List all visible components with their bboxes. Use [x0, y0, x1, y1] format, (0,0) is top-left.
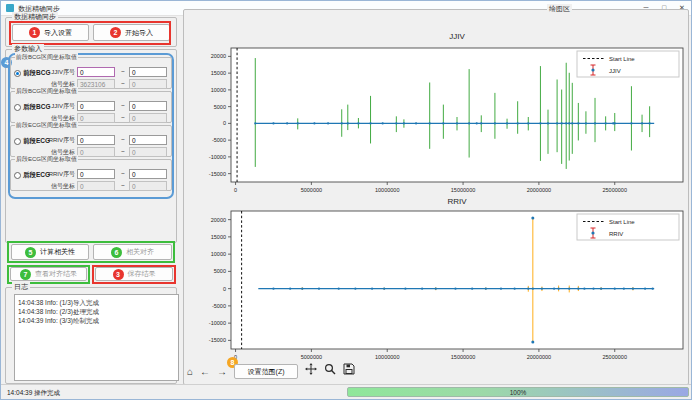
home-icon[interactable]: ⌂ [187, 362, 193, 381]
back-icon[interactable]: ← [200, 362, 210, 381]
svg-text:0: 0 [223, 120, 226, 126]
svg-text:JJIV: JJIV [609, 68, 621, 74]
import-settings-button[interactable]: 1 导入设置 [12, 24, 89, 41]
svg-text:15000000: 15000000 [451, 187, 475, 193]
coord-from-input[interactable]: 0 [77, 147, 115, 157]
correlation-align-label: 相关对齐 [126, 247, 154, 257]
annotation-badge-7: 7 [20, 269, 31, 280]
calc-correlation-button[interactable]: 5 计算相关性 [11, 244, 89, 260]
svg-text:25000000: 25000000 [603, 354, 627, 360]
correlation-align-button[interactable]: 6 相关对齐 [93, 244, 172, 260]
jjiv-chart[interactable]: JJIV050000001000000015000000200000002500… [187, 21, 687, 195]
import-settings-label: 导入设置 [44, 28, 72, 38]
section-label: 后段BCG区间坐标取值 [15, 87, 78, 96]
sync-group-label: 数据精确同步 [12, 12, 58, 22]
zoom-icon[interactable] [324, 362, 336, 381]
annotation-badge-1: 1 [29, 27, 40, 38]
svg-text:10000000: 10000000 [375, 354, 399, 360]
svg-text:25000000: 25000000 [603, 187, 627, 193]
svg-text:5000000: 5000000 [301, 354, 322, 360]
coord-from-input[interactable]: 3623106 [77, 79, 115, 89]
start-import-label: 开始导入 [125, 28, 153, 38]
seq-from-input[interactable]: 0 [77, 101, 115, 111]
radio-icon[interactable] [14, 70, 21, 77]
svg-text:-15000: -15000 [209, 171, 226, 177]
param-section-front-bcg: 前段BCG区间坐标取值 前段BCG JJIV序号 0 ~ 0 信号坐标 3623… [10, 57, 172, 89]
seq-from-input[interactable]: 0 [77, 67, 115, 77]
save-icon[interactable] [343, 362, 355, 381]
radio-icon[interactable] [14, 138, 21, 145]
log-textarea[interactable]: 14:04:38 Info: (1/3)导入完成 14:04:38 Info: … [14, 294, 179, 381]
svg-text:20000: 20000 [211, 217, 226, 223]
section-label: 前段BCG区间坐标取值 [15, 53, 78, 62]
svg-text:JJIV: JJIV [449, 32, 465, 41]
svg-text:Start Line: Start Line [609, 219, 635, 225]
start-import-button[interactable]: 2 开始导入 [93, 24, 170, 41]
svg-text:10000000: 10000000 [375, 187, 399, 193]
forward-icon[interactable]: → [217, 362, 227, 381]
svg-text:5000000: 5000000 [301, 187, 322, 193]
svg-text:-10000: -10000 [209, 320, 226, 326]
tilde-separator: ~ [121, 182, 125, 189]
svg-text:15000: 15000 [211, 234, 226, 240]
view-result-label: 查看对齐结果 [35, 269, 77, 279]
svg-text:-10000: -10000 [209, 154, 226, 160]
coord-from-input[interactable]: 0 [77, 181, 115, 191]
seq-from-input[interactable]: 0 [77, 135, 115, 145]
seq-label: RRIV序号 [41, 170, 75, 179]
section-label: 后段ECG区间坐标取值 [15, 155, 78, 164]
tilde-separator: ~ [121, 102, 125, 109]
log-entry: 14:04:38 Info: (1/3)导入完成 [18, 298, 175, 307]
svg-text:20000: 20000 [211, 53, 226, 59]
seq-to-input[interactable]: 0 [129, 169, 167, 179]
plot-toolbar: ⌂ ← → 8 设置范围(Z) [187, 362, 355, 381]
svg-text:0: 0 [234, 187, 237, 193]
tilde-separator: ~ [121, 68, 125, 75]
pan-icon[interactable] [305, 362, 317, 381]
radio-icon[interactable] [14, 172, 21, 179]
seq-to-input[interactable]: 0 [129, 101, 167, 111]
app-icon [6, 4, 14, 12]
svg-text:0: 0 [223, 286, 226, 292]
coord-to-input[interactable]: 0 [129, 181, 167, 191]
tilde-separator: ~ [121, 80, 125, 87]
coord-from-input[interactable]: 0 [77, 113, 115, 123]
param-section-rear-ecg: 后段ECG区间坐标取值 后段ECG RRIV序号 0 ~ 0 信号坐标 0 ~ … [10, 159, 172, 191]
svg-text:5000: 5000 [214, 268, 226, 274]
radio-icon[interactable] [14, 104, 21, 111]
save-result-button[interactable]: 3 保存结果 [95, 267, 173, 281]
coord-to-input[interactable]: 0 [129, 147, 167, 157]
param-section-rear-bcg: 后段BCG区间坐标取值 后段BCG JJIV序号 0 ~ 0 信号坐标 0 ~ … [10, 91, 172, 123]
coord-to-input[interactable]: 0 [129, 113, 167, 123]
tilde-separator: ~ [121, 170, 125, 177]
svg-text:15000000: 15000000 [451, 354, 475, 360]
coord-label: 信号坐标 [41, 182, 75, 191]
view-result-button[interactable]: 7 查看对齐结果 [10, 267, 87, 281]
annotation-badge-3: 3 [113, 269, 124, 280]
plot-group-label: 绘图区 [547, 4, 572, 14]
set-range-wrap: 8 设置范围(Z) [234, 364, 298, 379]
annotation-badge-5: 5 [25, 247, 36, 258]
save-result-label: 保存结果 [128, 269, 156, 279]
svg-text:RRIV: RRIV [447, 197, 467, 206]
log-groupbox: 日志 14:04:38 Info: (1/3)导入完成 14:04:38 Inf… [5, 287, 177, 384]
rriv-chart[interactable]: RRIV050000001000000015000000200000002500… [187, 195, 687, 363]
annotation-badge-2: 2 [110, 27, 121, 38]
seq-from-input[interactable]: 0 [77, 169, 115, 179]
svg-text:5000: 5000 [214, 104, 226, 110]
set-range-button[interactable]: 设置范围(Z) [234, 364, 298, 379]
svg-text:RRIV: RRIV [609, 231, 623, 237]
svg-text:20000000: 20000000 [527, 354, 551, 360]
log-entry: 14:04:39 Info: (3/3)绘制完成 [18, 316, 175, 325]
app-window: 数据精确同步 ─ □ ✕ 数据精确同步 1 导入设置 2 开始导入 参数输入 4… [0, 0, 692, 400]
log-entry: 14:04:38 Info: (2/3)处理完成 [18, 307, 175, 316]
seq-to-input[interactable]: 0 [129, 135, 167, 145]
coord-to-input[interactable]: 0 [129, 79, 167, 89]
seq-label: JJIV序号 [41, 102, 75, 111]
seq-to-input[interactable]: 0 [129, 67, 167, 77]
tilde-separator: ~ [121, 148, 125, 155]
svg-text:-5000: -5000 [212, 137, 226, 143]
svg-text:-15000: -15000 [209, 337, 226, 343]
statusbar: 14:04:39 操作完成 100% [1, 384, 691, 399]
section-label: 前段ECG区间坐标取值 [15, 121, 78, 130]
